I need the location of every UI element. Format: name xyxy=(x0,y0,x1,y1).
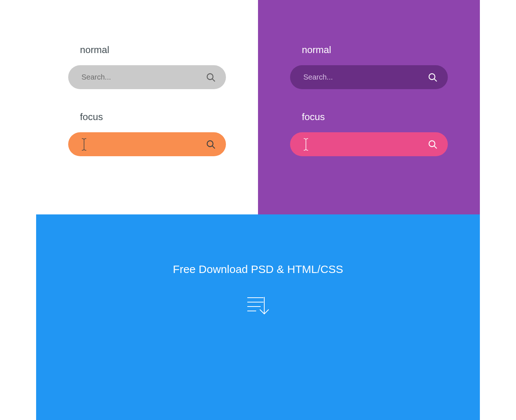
search-icon[interactable] xyxy=(428,73,437,82)
text-cursor-icon xyxy=(81,138,87,151)
svg-line-1 xyxy=(212,79,215,81)
state-label-normal: normal xyxy=(290,44,448,56)
download-title: Free Download PSD & HTML/CSS xyxy=(173,263,343,276)
download-document-icon[interactable] xyxy=(245,293,271,319)
search-box-dark-focus[interactable] xyxy=(290,132,448,156)
state-label-focus: focus xyxy=(68,111,226,123)
light-theme-column: normal focus xyxy=(36,0,258,214)
text-cursor-icon xyxy=(303,138,308,151)
search-icon[interactable] xyxy=(206,73,216,82)
search-box-light-normal[interactable] xyxy=(68,65,226,89)
search-input[interactable] xyxy=(90,140,206,148)
svg-point-0 xyxy=(207,74,213,80)
dark-theme-column: normal focus xyxy=(258,0,480,214)
svg-line-6 xyxy=(434,79,437,81)
search-input[interactable] xyxy=(81,73,206,81)
svg-point-5 xyxy=(429,74,435,80)
svg-line-4 xyxy=(212,146,215,148)
svg-line-9 xyxy=(434,146,437,148)
search-icon[interactable] xyxy=(206,140,216,149)
search-states-showcase: normal focus xyxy=(36,0,480,214)
search-box-light-focus[interactable] xyxy=(68,132,226,156)
state-label-normal: normal xyxy=(68,44,226,56)
search-input[interactable] xyxy=(311,140,428,148)
svg-point-3 xyxy=(207,141,213,147)
svg-point-8 xyxy=(429,141,435,147)
search-icon[interactable] xyxy=(428,140,437,149)
download-panel: Free Download PSD & HTML/CSS xyxy=(36,214,480,420)
search-box-dark-normal[interactable] xyxy=(290,65,448,89)
state-label-focus: focus xyxy=(290,111,448,123)
search-input[interactable] xyxy=(303,73,428,81)
